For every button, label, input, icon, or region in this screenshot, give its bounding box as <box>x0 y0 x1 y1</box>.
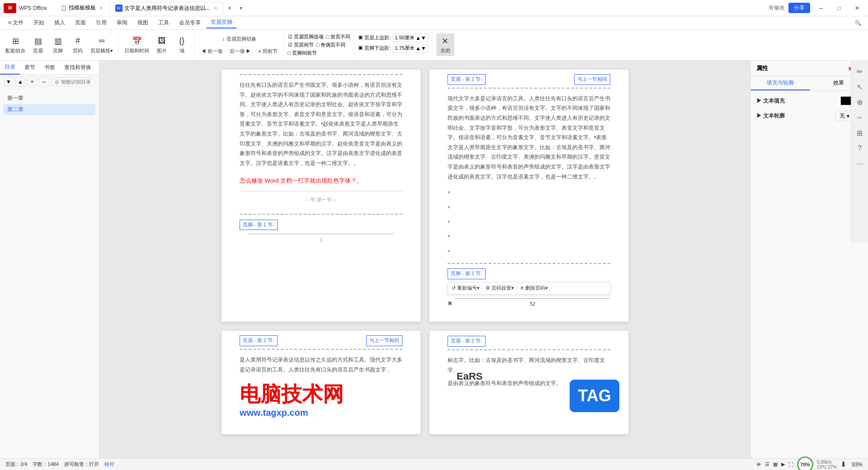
outline-arrow: ▾ <box>847 113 849 119</box>
delete-pageno-btn[interactable]: ✕ 删除页码▾ <box>520 284 548 293</box>
minimize-button[interactable]: ─ <box>814 3 828 14</box>
close-button[interactable]: ✕ <box>850 3 864 14</box>
menu-review[interactable]: 审阅 <box>112 18 132 28</box>
toc-collapse-btn[interactable]: ▼ <box>4 77 14 87</box>
ribbon-btn-field[interactable]: {} 域 <box>173 33 191 56</box>
right-tab-fill[interactable]: 填充与轮廓 <box>751 76 810 90</box>
view-icon1[interactable]: 👁 <box>756 462 761 467</box>
page3[interactable]: 页眉 - 第 2 节- 与上一节相同 是人类用符号记录表达信息以传之久远的方式和… <box>222 331 420 434</box>
view-icon3[interactable]: ▦ <box>773 461 778 467</box>
ears-text: EaRS <box>457 367 482 385</box>
smart-toc-btn[interactable]: ◎ 智能识别目录 <box>51 77 95 87</box>
page1-footer-area: 页脚 - 第 1 节- 1 <box>240 214 402 245</box>
ribbon: ⊞ 配套组合 ▤ 页眉 ▥ 页脚 # 页码 ═ 页层横线▾ � <box>0 30 868 61</box>
opt-header-footer[interactable]: ☑ 页眉页脚选项 <box>288 33 324 40</box>
tab-document-close[interactable]: ✕ <box>214 6 217 11</box>
page-info: 页面：2/4 <box>5 461 27 468</box>
titlebar: W WPS Office 📋 找模板模板 ✕ W 文字是人类用符号记录表达信息以… <box>0 0 868 16</box>
menu-view[interactable]: 视图 <box>133 18 153 28</box>
margin-top-label: ▣ 页层上边距: <box>358 34 391 41</box>
tab-template-close[interactable]: ✕ <box>99 5 103 10</box>
menu-page[interactable]: 页面 <box>71 18 90 28</box>
ribbon-btn-picture[interactable]: 🖼 图片 <box>153 33 171 56</box>
opt-odd-even[interactable]: □ 奇偶页不同 <box>316 42 346 48</box>
page-settings-btn[interactable]: ⚙ 页码设置▾ <box>486 284 514 293</box>
proofread[interactable]: 校对 <box>104 461 114 468</box>
menu-header-footer[interactable]: 页眉页脚 <box>206 17 237 28</box>
smart-toc-icon: ◎ <box>55 79 59 85</box>
opt-first-diff[interactable]: □ 首页不同 <box>326 33 351 40</box>
menu-tools[interactable]: 工具 <box>154 18 174 28</box>
ribbon-btn-same[interactable]: ≡ 同前节 <box>255 46 280 56</box>
outline-item-chapter2[interactable]: 第二章 <box>4 104 95 115</box>
outline-item-chapter1[interactable]: 第一章 <box>4 93 95 104</box>
play-icon[interactable]: ▶ <box>781 461 785 467</box>
ribbon-btn-switch[interactable]: ↕ 页眉页脚切换 <box>198 33 280 44</box>
page2-footer-label: 页脚 - 第 2 节- <box>448 268 486 279</box>
opt-section-link[interactable]: ☑ 页层间节 <box>288 42 314 48</box>
download-icon[interactable]: ⬇ <box>840 460 846 469</box>
right-icon-more[interactable]: ⋯ <box>854 157 866 170</box>
tab-add-button[interactable]: + <box>224 3 235 14</box>
left-tab-toc[interactable]: 目录 <box>0 61 20 75</box>
renumber-btn[interactable]: ↺ 重新编号▾ <box>452 284 480 293</box>
ribbon-btn-hline[interactable]: ═ 页层横线▾ <box>89 33 115 56</box>
right-icon-help[interactable]: ? <box>854 142 866 155</box>
ribbon-btn-close[interactable]: ✕ 关闭 <box>436 33 454 56</box>
tab-document[interactable]: W 文字是人类用符号记录表达信息以... ✕ <box>109 2 223 14</box>
menu-reference[interactable]: 引用 <box>91 18 111 28</box>
combo-label: 配套组合 <box>5 47 25 54</box>
menu-file[interactable]: ≡ 文件 <box>4 18 28 28</box>
margin-top-input[interactable]: 1.50厘米 ▲▼ <box>393 33 429 42</box>
page4[interactable]: 页眉 - 第 2 节- 标志字。比如：古埃及的圣书字、两河流域的楔形文字、古印度… <box>429 331 628 421</box>
right-icon-pointer[interactable]: ↖ <box>854 80 866 93</box>
ribbon-btn-datetime[interactable]: 📅 日期和时间 <box>123 33 151 56</box>
left-tab-chapter[interactable]: 章节 <box>20 61 40 74</box>
margin-bottom-stepper[interactable]: ▲▼ <box>415 45 426 52</box>
maximize-button[interactable]: □ <box>832 3 846 14</box>
page2[interactable]: 页眉 - 第 2 节- 与上一节相同 现代文字大多是记录语言的工具。人类往往先有… <box>429 70 628 322</box>
ribbon-btn-prev[interactable]: ◀ 前一项 <box>198 46 225 56</box>
ribbon-opt-row3: □ 页脚间前节 <box>288 50 351 56</box>
ribbon-btn-next[interactable]: 后一项 ▶ <box>227 46 254 56</box>
right-icon-edit[interactable]: ✏ <box>854 65 866 78</box>
tab-template[interactable]: 📋 找模板模板 ✕ <box>55 2 108 14</box>
left-tab-bookmark[interactable]: 书签 <box>40 61 60 74</box>
search-button[interactable]: 🔍 <box>852 18 864 28</box>
page1-container: 往往先有口头的语言后产生书面文字。很多小语种，有语言但没有文字。赵依依文字的不同… <box>222 70 420 322</box>
text-fill-label: ▶ 文本填充 <box>756 97 785 105</box>
ribbon-btn-pageno[interactable]: # 页码 <box>69 33 87 56</box>
margin-top-stepper[interactable]: ▲▼ <box>415 35 426 41</box>
ribbon-btn-header[interactable]: ▤ 页眉 <box>29 33 47 56</box>
right-icon-resize[interactable]: ↔ <box>854 111 866 124</box>
toc-expand-btn[interactable]: ▲ <box>15 77 25 87</box>
view-icon2[interactable]: ☰ <box>765 461 769 467</box>
ribbon-btn-footer[interactable]: ▥ 页脚 <box>49 33 67 56</box>
titlebar-left: W WPS Office 📋 找模板模板 ✕ W 文字是人类用符号记录表达信息以… <box>4 2 242 14</box>
fullscreen-icon[interactable]: ⛶ <box>788 462 793 467</box>
page1[interactable]: 往往先有口头的语言后产生书面文字。很多小语种，有语言但没有文字。赵依依文字的不同… <box>222 70 420 296</box>
toc-add-btn[interactable]: + <box>27 77 37 87</box>
statusbar: 页面：2/4 字数：1484 拼写检查：打开 校对 👁 ☰ ▦ ▶ ⛶ 70% … <box>0 458 868 470</box>
opt-footer-link[interactable]: □ 页脚间前节 <box>288 50 317 56</box>
menu-start[interactable]: 开始 <box>29 18 49 28</box>
right-icon-grid[interactable]: ⊞ <box>854 127 866 139</box>
datetime-icon: 📅 <box>132 36 142 47</box>
tab-dropdown[interactable]: ▾ <box>240 5 242 11</box>
share-button[interactable]: 分享 <box>788 3 810 13</box>
page1-red-text: 怎么修改 Word 文档一打字就出现红色字体？。 <box>240 177 363 184</box>
pageno-label: 页码 <box>73 47 83 54</box>
menu-vip[interactable]: 会员专享 <box>175 18 205 28</box>
toolbar-sep2 <box>517 285 517 291</box>
main-content[interactable]: 往往先有口头的语言后产生书面文字。很多小语种，有语言但没有文字。赵依依文字的不同… <box>99 61 750 458</box>
toc-remove-btn[interactable]: ─ <box>39 77 49 87</box>
left-tab-findreplace[interactable]: 查找和替换 <box>60 61 96 74</box>
page2-container: 页眉 - 第 2 节- 与上一节相同 现代文字大多是记录语言的工具。人类往往先有… <box>429 70 628 322</box>
ribbon-btn-combo[interactable]: ⊞ 配套组合 <box>4 33 27 56</box>
menu-insert[interactable]: 插入 <box>50 18 70 28</box>
margin-bottom-input[interactable]: 1.75厘米 ▲▼ <box>393 44 429 52</box>
page4-header: 页眉 - 第 2 节- <box>448 335 610 350</box>
picture-label: 图片 <box>157 47 167 54</box>
right-icon-add[interactable]: ⊕ <box>854 96 866 108</box>
footer-label: 页脚 <box>53 47 63 54</box>
